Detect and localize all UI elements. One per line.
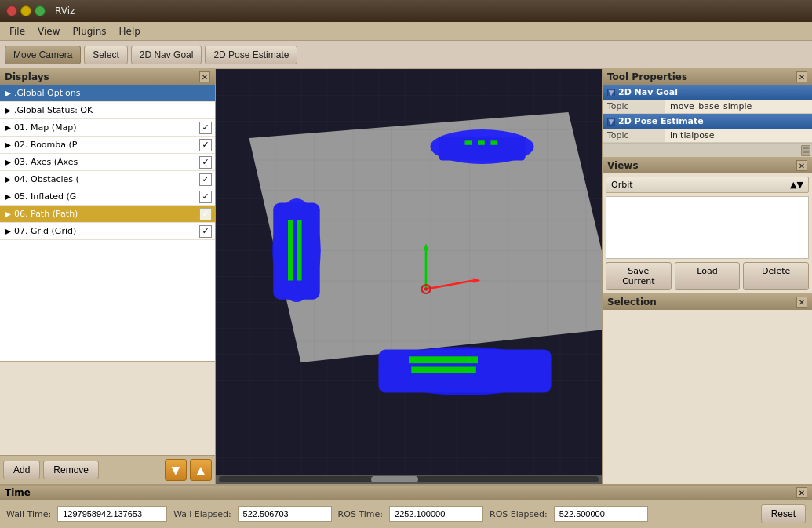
menu-plugins[interactable]: Plugins [67,24,113,38]
display-item-roomba[interactable]: ▶ 02. Roomba (P [0,137,215,154]
display-panel-buttons: Add Remove ▼ ▲ [0,455,215,484]
display-item-check[interactable] [199,122,212,134]
right-panel: Tool Properties ✕ ▼ 2D Nav Goal Topic mo… [602,69,812,484]
displays-header: Displays ✕ [0,69,215,85]
wall-time-field[interactable] [57,506,167,522]
menubar: File View Plugins Help [0,22,812,41]
selection-close[interactable]: ✕ [796,297,807,308]
selection-header: Selection ✕ [603,294,812,310]
pose-estimate-button[interactable]: 2D Pose Estimate [205,46,297,64]
minimize-button[interactable] [20,5,31,16]
svg-rect-16 [409,356,478,363]
timebar-close[interactable]: ✕ [796,487,807,498]
display-item-grid[interactable]: ▶ 07. Grid (Grid) [0,223,215,240]
display-item-check[interactable] [199,225,212,238]
selection-title: Selection [607,297,657,308]
ros-elapsed-label: ROS Elapsed: [490,509,548,519]
pose-estimate-topic-value[interactable]: initialpose [665,129,812,143]
ros-elapsed-field[interactable] [554,506,648,522]
nav-goal-button[interactable]: 2D Nav Goal [131,46,202,64]
add-display-button[interactable]: Add [3,461,40,479]
ros-time-label: ROS Time: [338,509,383,519]
scroll-thumb[interactable] [371,476,418,482]
nav-goal-topic-row: Topic move_base_simple [603,100,812,114]
display-item-obstacles[interactable]: ▶ 04. Obstacles ( [0,171,215,188]
remove-display-button[interactable]: Remove [43,461,99,479]
pose-estimate-title: 2D Pose Estimate [618,116,704,126]
svg-rect-13 [297,220,302,281]
expand-icon: ▶ [3,106,13,115]
views-header: Views ✕ [603,158,812,173]
time-reset-button[interactable]: Reset [761,504,806,523]
menu-file[interactable]: File [3,24,31,38]
pose-estimate-section: ▼ 2D Pose Estimate [603,114,812,129]
expand-icon: ▶ [3,175,13,184]
views-dropdown-arrow: ▲▼ [790,180,803,190]
maximize-button[interactable] [35,5,46,16]
display-item-global-options[interactable]: ▶ .Global Options [0,85,215,102]
views-list [606,196,809,259]
views-action-buttons: Save Current Load Delete [606,262,809,290]
3d-scene [216,69,602,475]
tool-properties-close[interactable]: ✕ [796,71,807,82]
expand-icon: ▶ [3,209,13,219]
select-button[interactable]: Select [84,46,127,64]
tool-properties-header: Tool Properties ✕ [603,69,812,85]
display-item-label: .Global Status: OK [14,105,212,115]
move-camera-button[interactable]: Move Camera [5,46,81,64]
save-current-button[interactable]: Save Current [606,262,672,290]
pose-estimate-topic-label: Topic [603,129,665,143]
views-type-label: Orbit [611,180,633,190]
timebar-header: Time ✕ [0,486,812,500]
move-down-button[interactable]: ▼ [165,459,187,481]
display-item-label: 04. Obstacles ( [14,174,199,184]
display-item-label: 01. Map (Map) [14,122,199,133]
load-view-button[interactable]: Load [675,262,741,290]
pose-estimate-topic-row: Topic initialpose [603,129,812,143]
expand-icon: ▶ [3,227,13,236]
move-up-button[interactable]: ▲ [190,459,212,481]
views-close[interactable]: ✕ [796,160,807,171]
display-item-global-status[interactable]: ▶ .Global Status: OK [0,102,215,119]
views-content: Orbit ▲▼ Save Current Load Delete [603,173,812,293]
svg-rect-7 [465,140,472,145]
wall-elapsed-field[interactable] [238,506,332,522]
nav-goal-topic-value[interactable]: move_base_simple [665,100,812,114]
display-item-map[interactable]: ▶ 01. Map (Map) [0,119,215,137]
expand-icon: ▶ [3,123,13,133]
svg-rect-6 [439,137,526,161]
display-item-path[interactable]: ▶ 06. Path (Path) [0,206,215,223]
nav-goal-section: ▼ 2D Nav Goal [603,85,812,100]
delete-view-button[interactable]: Delete [743,262,809,290]
expand-icon: ▶ [3,89,13,98]
display-item-check[interactable] [199,208,212,220]
svg-rect-17 [411,367,476,373]
menu-view[interactable]: View [31,24,66,38]
viewport-container[interactable] [216,69,602,484]
main-area: Displays ✕ ▶ .Global Options ▶ .Global S… [0,69,812,484]
display-item-label: 06. Path (Path) [14,209,199,219]
menu-help[interactable]: Help [113,24,147,38]
display-item-check[interactable] [199,156,212,169]
nav-goal-collapse[interactable]: ▼ [607,89,615,96]
display-item-axes[interactable]: ▶ 03. Axes (Axes [0,154,215,171]
expand-icon: ▶ [3,158,13,167]
display-item-inflated[interactable]: ▶ 05. Inflated (G [0,188,215,206]
pose-estimate-collapse[interactable]: ▼ [607,118,615,126]
display-item-check[interactable] [199,191,212,203]
display-item-check[interactable] [199,139,212,151]
display-item-label: 02. Roomba (P [14,140,199,150]
display-item-check[interactable] [199,173,212,186]
display-item-label: 07. Grid (Grid) [14,226,199,236]
app-title: RViz [55,5,75,16]
window-controls [6,5,46,16]
display-item-label: 03. Axes (Axes [14,157,199,167]
timebar-title: Time [5,487,31,498]
close-button[interactable] [6,5,17,16]
display-list: ▶ .Global Options ▶ .Global Status: OK ▶… [0,85,215,361]
ros-time-field[interactable] [389,506,483,522]
viewport-scrollbar[interactable] [216,475,602,484]
views-type-dropdown[interactable]: Orbit ▲▼ [606,177,809,193]
3d-viewport[interactable] [216,69,602,475]
displays-close-button[interactable]: ✕ [199,71,210,82]
